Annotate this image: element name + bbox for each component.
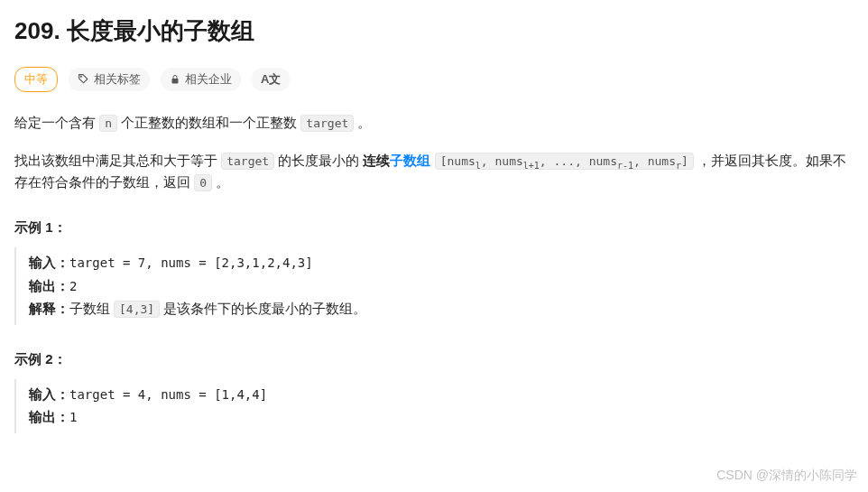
ex1-output: 2 bbox=[69, 279, 77, 293]
watermark: CSDN @深情的小陈同学 bbox=[716, 465, 857, 485]
labels-text: 相关标签 bbox=[94, 70, 141, 89]
companies-tag[interactable]: 相关企业 bbox=[161, 68, 241, 92]
ex1-explain-code: [4,3] bbox=[114, 301, 160, 318]
tag-row: 中等 相关标签 相关企业 A文 bbox=[14, 67, 854, 93]
translate-tag[interactable]: A文 bbox=[252, 68, 290, 92]
example-1-title: 示例 1： bbox=[14, 217, 854, 238]
ex2-input: target = 4, nums = [1,4,4] bbox=[69, 387, 267, 402]
link-subarray[interactable]: 子数组 bbox=[390, 153, 430, 168]
description-1: 给定一个含有 n 个正整数的数组和一个正整数 target 。 bbox=[14, 112, 854, 134]
lock-icon bbox=[170, 74, 180, 85]
code-target2: target bbox=[221, 153, 274, 170]
problem-title: 209. 长度最小的子数组 bbox=[14, 13, 854, 51]
description-2: 找出该数组中满足其总和大于等于 target 的长度最小的 连续子数组 [num… bbox=[14, 150, 854, 193]
ex2-output-label: 输出： bbox=[29, 410, 69, 424]
code-nums-range: [numsl, numsl+1, ..., numsr-1, numsr] bbox=[435, 153, 694, 170]
labels-tag[interactable]: 相关标签 bbox=[69, 68, 150, 92]
svg-point-0 bbox=[80, 77, 81, 78]
example-2-title: 示例 2： bbox=[14, 348, 854, 370]
companies-text: 相关企业 bbox=[185, 70, 232, 89]
ex2-input-label: 输入： bbox=[29, 387, 69, 402]
example-1-block: 输入：target = 7, nums = [2,3,1,2,4,3] 输出：2… bbox=[14, 247, 854, 325]
code-zero: 0 bbox=[194, 174, 212, 191]
example-2-block: 输入：target = 4, nums = [1,4,4] 输出：1 bbox=[14, 379, 854, 433]
ex1-output-label: 输出： bbox=[29, 279, 69, 293]
ex1-explain-label: 解释： bbox=[29, 302, 69, 316]
svg-rect-1 bbox=[172, 79, 179, 84]
difficulty-tag[interactable]: 中等 bbox=[14, 67, 58, 93]
tag-icon bbox=[78, 73, 89, 85]
code-n: n bbox=[99, 115, 117, 132]
ex2-output: 1 bbox=[69, 410, 77, 424]
ex1-input: target = 7, nums = [2,3,1,2,4,3] bbox=[69, 255, 313, 270]
ex1-input-label: 输入： bbox=[29, 255, 69, 270]
code-target: target bbox=[300, 115, 354, 132]
